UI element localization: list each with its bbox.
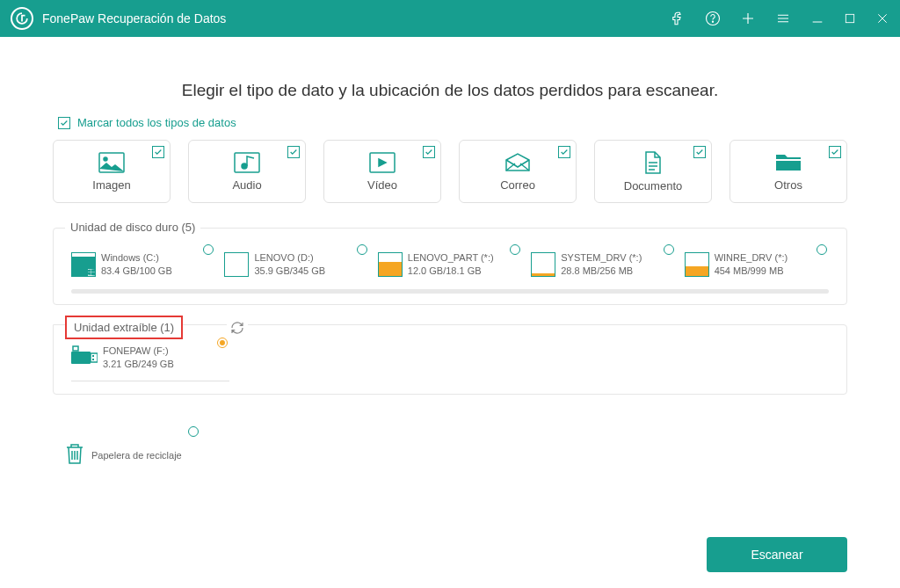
removable-disk-item[interactable]: FONEPAW (F:)3.21 GB/249 GB [71,345,229,381]
checkbox-icon [287,146,300,158]
removable-section: Unidad extraíble (1) FONEPAW (F:)3.21 GB… [53,324,847,395]
trash-icon [65,442,84,468]
svg-rect-11 [91,353,98,362]
minimize-icon[interactable] [810,11,824,25]
radio-icon[interactable] [203,244,214,255]
type-label: Vídeo [367,178,397,192]
menu-icon[interactable] [775,11,791,26]
page-title: Elegir el tipo de dato y la ubicación de… [53,81,847,100]
disk-icon [378,252,403,277]
type-card-other[interactable]: Otros [729,140,847,203]
type-label: Otros [774,178,802,192]
radio-icon[interactable] [817,244,827,255]
checkbox-icon [693,146,706,158]
select-all-checkbox[interactable]: Marcar todos los tipos de datos [58,116,847,129]
disk-item[interactable]: Windows (C:)83.4 GB/100 GB [71,251,215,279]
checkbox-icon [829,146,841,158]
close-icon[interactable] [875,11,889,25]
type-card-video[interactable]: Vídeo [323,140,441,203]
folder-icon [775,152,802,173]
video-icon [369,152,396,173]
radio-icon[interactable] [664,244,674,255]
svg-rect-12 [73,346,78,351]
checkbox-icon [58,117,70,129]
add-icon[interactable] [740,11,756,26]
app-logo-icon [11,7,33,30]
svg-point-1 [712,21,713,22]
disk-name: SYSTEM_DRV (*:) [561,251,642,265]
document-icon [642,151,664,174]
type-label: Documento [624,179,682,192]
disk-name: FONEPAW (F:) [103,345,174,358]
hdd-section: Unidad de disco duro (5) Windows (C:)83.… [53,228,847,305]
checkbox-icon [423,146,435,158]
disk-icon [224,252,249,277]
titlebar: FonePaw Recuperación de Datos [0,0,900,37]
disk-name: WINRE_DRV (*:) [715,251,788,265]
disk-size: 3.21 GB/249 GB [103,358,174,371]
data-types-row: Imagen Audio Vídeo Correo Documento Otro… [53,140,847,203]
disk-icon [685,252,709,277]
radio-icon[interactable] [217,338,228,348]
select-all-label: Marcar todos los tipos de datos [77,116,236,129]
svg-point-4 [104,157,107,161]
disk-name: LENOVO (D:) [254,251,325,265]
disk-size: 83.4 GB/100 GB [101,265,172,278]
svg-rect-2 [846,14,853,22]
disk-size: 35.9 GB/345 GB [254,265,325,278]
help-icon[interactable] [705,11,721,26]
radio-icon[interactable] [357,244,367,255]
svg-rect-10 [71,352,91,364]
usb-icon [71,345,98,371]
removable-section-label: Unidad extraíble (1) [65,316,183,339]
type-label: Audio [232,178,261,192]
disk-name: LENOVO_PART (*:) [408,251,494,265]
radio-icon[interactable] [188,426,199,437]
recycle-bin-item[interactable]: Papelera de reciclaje [53,442,211,468]
type-label: Correo [500,178,535,192]
type-card-image[interactable]: Imagen [53,140,171,203]
checkbox-icon [558,146,570,158]
hdd-section-label: Unidad de disco duro (5) [65,221,200,234]
disk-size: 28.8 MB/256 MB [561,265,642,278]
facebook-icon[interactable] [670,11,686,26]
mail-icon [504,152,531,173]
disk-icon [71,252,96,277]
disk-size: 12.0 GB/18.1 GB [408,265,494,278]
maximize-icon[interactable] [844,12,856,25]
disk-item[interactable]: SYSTEM_DRV (*:)28.8 MB/256 MB [531,251,675,279]
disk-item[interactable]: WINRE_DRV (*:)454 MB/999 MB [685,251,829,279]
disk-icon [531,252,555,277]
radio-icon[interactable] [510,244,520,255]
trash-label: Papelera de reciclaje [91,450,182,461]
disk-item[interactable]: LENOVO (D:)35.9 GB/345 GB [224,251,368,279]
audio-icon [234,152,260,173]
disk-name: Windows (C:) [101,251,172,265]
svg-rect-13 [92,355,94,357]
image-icon [98,152,125,173]
svg-point-6 [242,163,247,169]
type-card-mail[interactable]: Correo [459,140,577,203]
checkbox-icon [152,146,164,158]
disk-size: 454 MB/999 MB [715,265,788,278]
svg-rect-14 [92,359,94,360]
svg-rect-8 [776,159,801,161]
scan-button[interactable]: Escanear [707,537,847,572]
app-title: FonePaw Recuperación de Datos [42,11,670,25]
scrollbar-track[interactable] [71,289,829,294]
refresh-icon[interactable] [227,321,248,338]
type-label: Imagen [92,178,130,192]
type-card-audio[interactable]: Audio [188,140,306,203]
type-card-document[interactable]: Documento [594,140,712,203]
disk-item[interactable]: LENOVO_PART (*:)12.0 GB/18.1 GB [378,251,522,279]
